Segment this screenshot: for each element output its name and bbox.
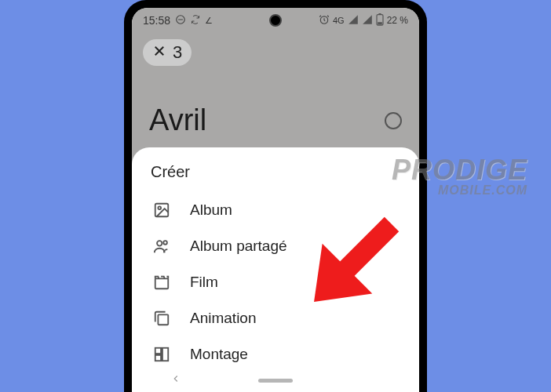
selection-bar: 3 [132, 33, 419, 72]
sheet-item-label: Film [190, 274, 218, 291]
shared-album-icon [152, 237, 171, 256]
svg-point-11 [163, 241, 167, 245]
status-bar: 15:58 ∠ 4G [132, 8, 419, 33]
animation-icon [152, 309, 171, 328]
system-nav-bar [132, 368, 419, 392]
signal-icon-1 [348, 14, 359, 27]
svg-point-10 [157, 241, 162, 245]
svg-rect-15 [162, 348, 168, 361]
sheet-item-movie[interactable]: Film [149, 264, 402, 300]
nav-home-handle[interactable] [258, 379, 293, 383]
camera-hole [269, 14, 282, 27]
battery-icon [376, 13, 384, 28]
sheet-title: Créer [149, 163, 402, 181]
phone-screen: 15:58 ∠ 4G [132, 8, 419, 392]
month-header: Avril [132, 72, 419, 145]
svg-rect-5 [378, 22, 382, 24]
album-icon [152, 201, 171, 220]
selection-count: 3 [173, 42, 182, 63]
sheet-item-shared-album[interactable]: Album partagé [149, 228, 402, 264]
collage-icon [152, 345, 171, 364]
close-icon[interactable] [152, 42, 166, 63]
phone-frame: 15:58 ∠ 4G [124, 0, 427, 392]
sheet-item-label: Album [190, 201, 232, 219]
select-all-checkbox[interactable] [385, 112, 402, 129]
sheet-item-label: Montage [190, 346, 248, 363]
dnd-icon [175, 14, 186, 27]
selection-pill[interactable]: 3 [143, 39, 192, 66]
sync-icon [191, 14, 200, 27]
sheet-item-album[interactable]: Album [149, 192, 402, 228]
status-time: 15:58 [143, 14, 170, 27]
movie-icon [152, 273, 171, 292]
svg-rect-12 [155, 278, 169, 289]
sheet-item-animation[interactable]: Animation [149, 300, 402, 336]
sheet-item-label: Animation [190, 310, 257, 327]
create-bottom-sheet: Créer Album Album partagé Film [132, 147, 419, 392]
misc-status-icon: ∠ [205, 16, 213, 26]
network-type: 4G [333, 16, 345, 25]
sheet-item-collage[interactable]: Montage [149, 336, 402, 372]
svg-rect-14 [155, 348, 161, 354]
svg-rect-4 [378, 13, 381, 15]
nav-back-icon[interactable] [170, 373, 181, 387]
alarm-icon [319, 14, 330, 27]
battery-percent: 22 % [387, 15, 408, 26]
svg-rect-13 [158, 314, 168, 325]
svg-point-9 [158, 206, 161, 209]
sheet-item-label: Album partagé [190, 238, 287, 255]
signal-icon-2 [362, 14, 373, 27]
month-title: Avril [149, 103, 206, 137]
svg-rect-16 [155, 355, 161, 361]
